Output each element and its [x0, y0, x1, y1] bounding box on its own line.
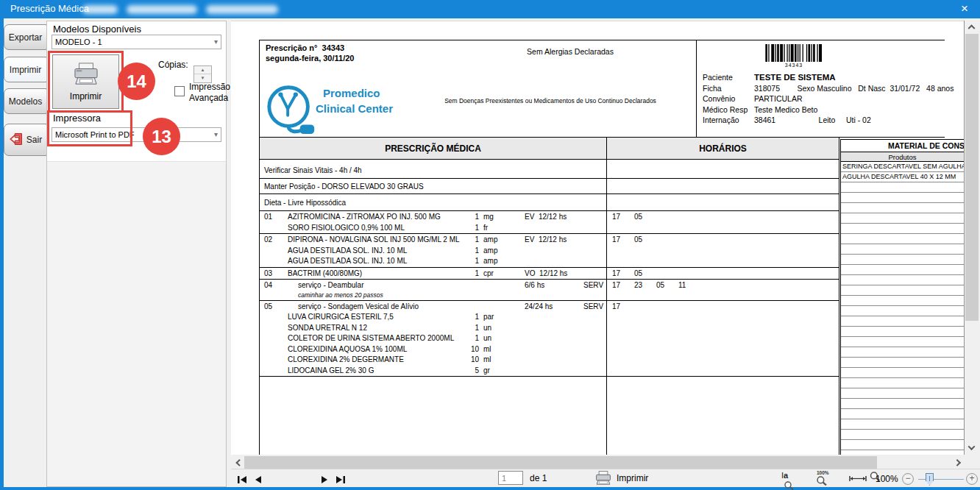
advanced-print-checkbox[interactable] [174, 86, 185, 96]
allergies-text: Sem Alergias Declaradas [467, 47, 673, 56]
advanced-print-label-line2: Avançada [189, 93, 228, 103]
prescription-line: Manter Posição - DORSO ELEVADO 30 GRAUS [260, 182, 606, 193]
tab-label: Imprimir [10, 65, 41, 75]
printer-selected-value: Microsoft Print to PDF [55, 130, 135, 139]
model-selected-value: MODELO - 1 [55, 38, 102, 46]
prescription-line: Verificar Sinais Vitais - 4h / 4h [260, 166, 606, 177]
prescription-table-body: Verificar Sinais Vitais - 4h / 4hManter … [260, 160, 839, 377]
prescription-line: 04serviço - Deambular6/6 hsSERV [260, 280, 606, 291]
material-row [841, 285, 964, 296]
prescription-line: AGUA DESTILADA SOL. INJ. 10 ML1amp [260, 256, 606, 267]
scroll-right-icon[interactable] [952, 456, 964, 469]
patient-info: PacienteTESTE DE SISTEMAFicha318075 Sexo… [703, 72, 954, 126]
prescription-header-box: Prescrição n° 34343 segunda-feira, 30/11… [259, 40, 945, 138]
page-count-label: de 1 [530, 473, 547, 483]
prescription-line: 03BACTRIM (400/80MG)1cprVO 12/12 hs [260, 269, 606, 280]
material-row [841, 378, 964, 388]
prescription-item: Manter Posição - DORSO ELEVADO 30 GRAUS [260, 179, 839, 194]
material-row [841, 255, 964, 265]
document-preview: Prescrição n° 34343 segunda-feira, 30/11… [231, 21, 964, 455]
vertical-scrollbar[interactable] [964, 21, 979, 455]
annotation-badge-13: 13 [143, 118, 180, 155]
page-number-input[interactable] [498, 471, 523, 485]
printer-select[interactable]: Microsoft Print to PDF ▾ [52, 127, 221, 142]
horarios-cell [607, 179, 839, 193]
zoom-slider-track[interactable] [918, 479, 964, 480]
prescription-line: LUVA CIRURGICA ESTERIL 7,51par [260, 312, 606, 323]
sidebar-tab-exportar[interactable]: Exportar [4, 24, 47, 50]
material-row [841, 358, 964, 368]
close-icon[interactable]: × [956, 1, 973, 17]
horizontal-scroll-thumb[interactable] [244, 456, 877, 469]
model-select[interactable]: MODELO - 1 ▾ [52, 35, 221, 49]
sidebar-tab-sair[interactable]: Sair [4, 124, 47, 156]
panel-empty-area [47, 161, 226, 486]
material-row: AGULHA DESCARTAVEL 40 X 12 MM [841, 172, 964, 182]
printer-icon [72, 63, 100, 88]
prescription-item: Dieta - Livre Hipossódica [260, 194, 839, 211]
material-row [841, 275, 964, 285]
next-page-button[interactable] [321, 474, 333, 483]
toolbar-print-label[interactable]: Imprimir [617, 473, 648, 483]
sidebar-tab-imprimir[interactable]: Imprimir [4, 57, 47, 82]
patient-row: Internação38461 Leito Uti - 02 [703, 115, 954, 126]
print-options-panel: Modelos Disponíveis MODELO - 1 ▾ Imprimi… [46, 21, 227, 487]
clinic-logo-name: Promedico [323, 87, 380, 99]
window-title: Prescrição Médica [10, 3, 89, 14]
prescription-line: 05serviço - Sondagem Vesical de Alívio24… [260, 302, 606, 313]
zoom-100-icon[interactable]: 100% [817, 471, 829, 489]
copies-label: Cópias: [158, 60, 188, 70]
prescription-line: SONDA URETRAL N 121un [260, 323, 606, 334]
toolbar-printer-icon[interactable] [594, 471, 613, 489]
prescription-item: 03BACTRIM (400/80MG)1cprVO 12/12 hs1705 [260, 268, 839, 280]
zoom-in-button[interactable]: + [966, 473, 978, 485]
prescription-item: 04serviço - Deambular6/6 hsSERVcaminhar … [260, 280, 839, 301]
copies-stepper[interactable]: ▲ ▼ [193, 65, 212, 83]
material-row [841, 388, 964, 399]
material-row [841, 368, 964, 378]
printer-label: Impressora [53, 113, 101, 124]
app-window: Prescrição Médica × Exportar Imprimir Mo… [0, 0, 980, 490]
patient-row: Médico RespTeste Medico Beto [703, 104, 954, 116]
patient-row: PacienteTESTE DE SISTEMA [703, 72, 954, 83]
prescription-number: Prescrição n° 34343 [266, 43, 344, 52]
prescription-item: 02DIPIRONA - NOVALGINA SOL INJ 500 MG/ML… [260, 234, 839, 268]
scroll-down-icon[interactable] [965, 442, 977, 455]
material-row [841, 316, 964, 327]
material-row [841, 347, 964, 358]
material-row [841, 430, 964, 440]
horarios-column-header: HORÁRIOS [607, 138, 839, 159]
text-zoom-icon[interactable]: Ia [781, 471, 794, 490]
material-row: SERINGA DESCARTAVEL SEM AGULHA [841, 162, 964, 172]
sidebar-tab-modelos[interactable]: Modelos [4, 88, 47, 114]
first-page-button[interactable] [237, 474, 249, 483]
scroll-left-icon[interactable] [231, 456, 243, 469]
horizontal-scrollbar[interactable] [231, 456, 964, 469]
print-button-label: Imprimir [70, 91, 102, 102]
material-row [841, 265, 964, 275]
last-page-button[interactable] [335, 474, 347, 483]
material-row [841, 450, 964, 455]
preexisting-conditions-text: Sem Doenças Preexistentes ou Medicamento… [407, 97, 694, 104]
horarios-cell: 1705 [607, 211, 839, 233]
prescription-item: 05serviço - Sondagem Vesical de Alívio24… [260, 301, 839, 377]
zoom-slider-thumb[interactable] [926, 473, 934, 486]
chevron-down-icon: ▾ [214, 35, 218, 49]
horarios-cell [607, 194, 839, 210]
table-empty-area [260, 377, 839, 455]
print-button[interactable]: Imprimir [52, 54, 119, 109]
vertical-scroll-thumb[interactable] [965, 34, 979, 321]
horarios-cell: 17 [607, 301, 839, 377]
blurred-title-segment [206, 5, 278, 14]
previous-page-button[interactable] [253, 474, 265, 483]
models-available-label: Modelos Disponíveis [53, 24, 141, 35]
material-rows: SERINGA DESCARTAVEL SEM AGULHAAGULHA DES… [841, 162, 964, 455]
scroll-up-icon[interactable] [965, 21, 977, 33]
stepper-up-icon[interactable]: ▲ [194, 66, 211, 74]
material-row [841, 440, 964, 450]
material-row [841, 399, 964, 409]
prescription-line: 02DIPIRONA - NOVALGINA SOL INJ 500 MG/ML… [260, 235, 606, 246]
prescription-line: CLOREXIDINA 2% DEGERMANTE10ml [260, 355, 606, 366]
zoom-out-button[interactable]: − [902, 473, 914, 485]
material-column: MATERIAL DE CONS Produtos SERINGA DESCAR… [840, 139, 964, 455]
